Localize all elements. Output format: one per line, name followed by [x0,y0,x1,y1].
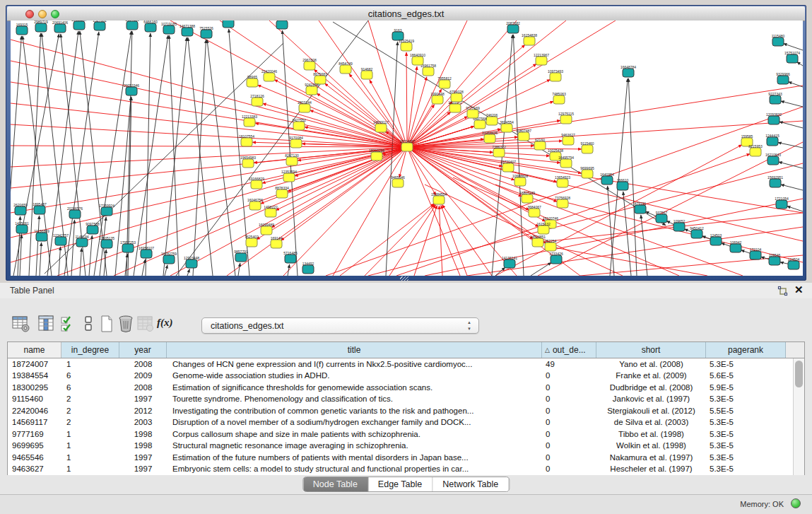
graph-node[interactable] [787,54,798,63]
row-height-icon[interactable] [83,315,93,333]
graph-node[interactable] [524,37,535,45]
graph-node[interactable] [126,87,137,95]
graph-node[interactable] [545,243,556,251]
graph-node[interactable] [486,117,498,125]
graph-node[interactable] [244,118,255,127]
graph-node[interactable] [304,62,315,70]
table-row[interactable]: 1872400712008Changes of HCN gene express… [8,358,804,370]
column-header-year[interactable]: year [119,342,167,358]
graph-node[interactable] [271,240,282,248]
graph-node[interactable] [375,124,387,132]
graph-node[interactable] [299,104,310,112]
graph-node[interactable] [423,67,434,76]
tab-node-table[interactable]: Node Table [303,477,368,491]
graph-node[interactable] [401,42,412,51]
graph-node[interactable] [529,209,540,217]
graph-node[interactable] [501,124,512,132]
graph-node[interactable] [293,122,305,130]
graph-node[interactable] [788,261,799,269]
graph-node[interactable] [101,240,112,248]
graph-node[interactable] [201,30,212,38]
graph-node[interactable] [563,136,574,145]
graph-node[interactable] [54,24,66,33]
table-scrollbar[interactable] [793,358,804,475]
column-header-name[interactable]: name [8,342,61,358]
graph-node[interactable] [69,210,81,218]
graph-node[interactable] [767,156,779,165]
table-row[interactable]: 946554611997Estimation of the future num… [8,452,804,464]
graph-node[interactable] [186,259,197,268]
table-row[interactable]: 977716911998Corpus callosum shape and si… [8,428,804,440]
graph-node[interactable] [283,173,295,182]
graph-node[interactable] [522,194,533,203]
graph-node[interactable] [122,244,134,252]
window-titlebar[interactable]: citations_edges.txt [7,6,805,21]
graph-node[interactable] [340,65,351,74]
graph-node[interactable] [777,76,789,84]
graph-node[interactable] [656,214,667,223]
graph-node[interactable] [371,152,382,160]
graph-node[interactable] [101,207,112,216]
graph-node[interactable] [532,238,543,247]
graph-node[interactable] [35,23,47,32]
graph-node[interactable] [582,170,593,178]
graph-node[interactable] [770,95,781,104]
graph-node[interactable] [94,22,105,30]
float-panel-icon[interactable] [777,286,788,296]
tab-network-table[interactable]: Network Table [433,477,509,491]
column-visibility-icon[interactable] [37,315,57,333]
graph-node[interactable] [538,226,549,234]
graph-node[interactable] [451,93,462,102]
table-row[interactable]: 911546021997Tourette syndrome. Phenomeno… [8,394,804,406]
graph-node[interactable] [247,78,258,87]
graph-node[interactable] [34,206,45,214]
function-builder-icon[interactable]: f(x) [157,315,178,333]
graph-node[interactable] [691,230,702,238]
graph-node[interactable] [776,200,787,209]
graph-node[interactable] [285,255,296,263]
graph-node[interactable] [252,98,263,106]
table-chooser-select[interactable]: citations_edges.txt ▲▼ [201,317,479,334]
graph-node[interactable] [601,176,613,185]
graph-node[interactable] [730,244,741,252]
graph-node[interactable] [286,157,298,165]
graph-node[interactable] [750,251,761,259]
graph-node[interactable] [246,238,257,247]
graph-node[interactable] [635,205,646,214]
graph-node[interactable] [87,226,98,234]
column-header-title[interactable]: title [167,342,542,358]
table-row[interactable]: 2242004622012Investigating the contribut… [8,405,804,417]
graph-node[interactable] [767,137,778,146]
graph-node[interactable] [673,223,685,231]
graph-node[interactable] [261,226,272,235]
graph-node[interactable] [534,141,546,150]
graph-node[interactable] [502,163,514,172]
graph-node[interactable] [433,196,445,204]
graph-node[interactable] [251,180,262,189]
graph-node[interactable] [163,255,175,264]
graph-node[interactable] [265,209,276,217]
graph-node[interactable] [432,95,443,104]
graph-node[interactable] [769,257,780,265]
graph-node[interactable] [504,259,515,268]
graph-node[interactable] [76,238,88,247]
graph-node[interactable] [249,201,261,210]
table-row[interactable]: 946362711997Embryonic stem cells: a mode… [8,464,804,476]
graph-node[interactable] [518,132,529,141]
graph-node[interactable] [536,57,547,65]
graph-node[interactable] [507,25,519,33]
graph-node[interactable] [474,120,486,129]
close-panel-icon[interactable]: ✕ [794,284,804,296]
graph-node[interactable] [163,25,175,34]
table-row[interactable]: 1456911722003Disruption of a novel membe… [8,417,804,429]
new-column-icon[interactable] [99,315,114,333]
graph-node[interactable] [449,104,461,112]
graph-node[interactable] [617,182,628,190]
graph-node[interactable] [126,21,138,30]
graph-node[interactable] [770,179,781,187]
graph-node[interactable] [276,189,288,198]
graph-node[interactable] [16,26,28,35]
graph-node[interactable] [235,253,247,262]
graph-node[interactable] [302,265,314,274]
table-row[interactable]: 969969511998Structural magnetic resonanc… [8,440,804,452]
